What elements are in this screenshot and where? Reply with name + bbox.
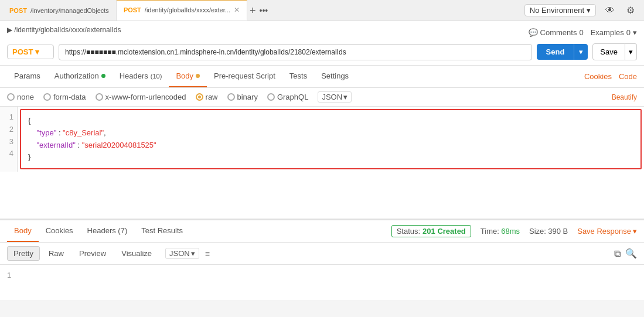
pretty-tab-preview[interactable]: Preview xyxy=(73,246,113,261)
body-type-bar: none form-data x-www-form-urlencoded raw… xyxy=(0,88,644,107)
eye-icon[interactable]: 👁 xyxy=(603,4,617,17)
tab-settings[interactable]: Settings xyxy=(314,66,356,87)
radio-raw[interactable]: raw xyxy=(196,93,218,101)
headers-badge: (10) xyxy=(151,73,162,80)
tab-url-2: /identity/globalIds/xxxx/exter... xyxy=(145,6,230,13)
tab-authorization[interactable]: Authorization xyxy=(47,66,113,87)
comment-icon: 💬 xyxy=(529,28,538,37)
raw-label: raw xyxy=(206,93,218,101)
code-editor[interactable]: 1 2 3 4 { "type" : "c8y_Serial", "extern… xyxy=(0,107,644,219)
tab-bar: POST /inventory/managedObjects POST /ide… xyxy=(0,0,644,21)
radio-graphql[interactable]: GraphQL xyxy=(267,93,308,101)
resp-line-numbers: 1 xyxy=(7,270,21,295)
cookies-link[interactable]: Cookies xyxy=(584,72,612,81)
line-num-3: 3 xyxy=(4,136,13,148)
settings-icon[interactable]: ⚙ xyxy=(624,4,637,17)
radio-form-data[interactable]: form-data xyxy=(43,93,86,101)
comments-button[interactable]: 💬 Comments 0 xyxy=(529,28,584,37)
examples-label: Examples xyxy=(591,28,624,37)
send-group: Send ▾ xyxy=(537,44,588,60)
time-value: 68ms xyxy=(501,227,520,236)
line-numbers: 1 2 3 4 xyxy=(0,107,18,172)
status-badge: Status: 201 Created xyxy=(391,225,471,237)
radio-binary[interactable]: binary xyxy=(227,93,258,101)
url-section: ▶ /identity/globalIds/xxxx/externalIds 💬… xyxy=(0,21,644,66)
body-label: Body xyxy=(176,71,193,80)
headers-label: Headers xyxy=(120,71,148,80)
pre-request-label: Pre-request Script xyxy=(214,71,275,80)
tab-params[interactable]: Params xyxy=(7,66,47,87)
save-button[interactable]: Save xyxy=(592,43,625,60)
radio-urlencoded[interactable]: x-www-form-urlencoded xyxy=(96,93,186,101)
breadcrumb: ▶ /identity/globalIds/xxxx/externalIds xyxy=(7,26,121,34)
authorization-label: Authorization xyxy=(54,71,99,80)
resp-format-selector[interactable]: JSON ▾ xyxy=(165,248,199,259)
resp-line-num-1: 1 xyxy=(7,270,11,282)
preview-label: Preview xyxy=(79,249,106,258)
visualize-label: Visualize xyxy=(121,249,152,258)
tab-body[interactable]: Body xyxy=(169,66,207,87)
resp-format-label: JSON xyxy=(169,249,190,258)
environment-selector[interactable]: No Environment ▾ xyxy=(524,4,596,16)
chevron-down-icon: ▾ xyxy=(35,47,39,56)
code-line-2: "type" : "c8y_Serial", xyxy=(28,127,633,139)
examples-button[interactable]: Examples 0 ▾ xyxy=(591,28,637,37)
pretty-tabs: Pretty Raw Preview Visualize JSON ▾ ≡ ⧉ … xyxy=(0,243,644,265)
save-dropdown-button[interactable]: ▾ xyxy=(625,43,637,60)
binary-label: binary xyxy=(237,93,258,101)
resp-tab-body[interactable]: Body xyxy=(7,220,39,242)
chevron-down-icon: ▾ xyxy=(633,227,637,236)
graphql-label: GraphQL xyxy=(277,93,308,101)
wrap-lines-button[interactable]: ≡ xyxy=(205,249,210,258)
tab-headers[interactable]: Headers (10) xyxy=(113,66,169,87)
size-info: Size: 390 B xyxy=(529,227,568,236)
pretty-label: Pretty xyxy=(13,249,33,258)
radio-none[interactable]: none xyxy=(7,93,34,101)
resp-tab-cookies[interactable]: Cookies xyxy=(39,220,80,242)
pretty-tab-visualize[interactable]: Visualize xyxy=(115,246,158,261)
req-tab-right: Cookies Code xyxy=(584,72,637,81)
editor-inner: 1 2 3 4 { "type" : "c8y_Serial", "extern… xyxy=(0,107,644,172)
send-dropdown-button[interactable]: ▾ xyxy=(574,44,588,60)
save-group: Save ▾ xyxy=(592,43,637,60)
url-input[interactable] xyxy=(59,44,532,60)
status-label: Status: xyxy=(397,227,420,236)
resp-cookies-label: Cookies xyxy=(46,226,73,235)
method-select[interactable]: POST ▾ xyxy=(7,45,54,59)
env-label: No Environment xyxy=(530,6,584,15)
params-label: Params xyxy=(14,71,40,80)
copy-icon[interactable]: ⧉ xyxy=(614,248,621,259)
pretty-right: ⧉ 🔍 xyxy=(614,248,637,259)
pretty-tab-raw[interactable]: Raw xyxy=(42,246,70,261)
line-num-2: 2 xyxy=(4,124,13,136)
tab-pre-request[interactable]: Pre-request Script xyxy=(207,66,282,87)
format-selector[interactable]: JSON ▾ xyxy=(318,91,352,103)
line-num-1: 1 xyxy=(4,111,13,124)
more-tabs-button[interactable]: ••• xyxy=(259,6,268,15)
urlencoded-label: x-www-form-urlencoded xyxy=(105,93,186,101)
search-icon[interactable]: 🔍 xyxy=(625,248,637,259)
resp-body-label: Body xyxy=(14,226,32,235)
pretty-tab-pretty[interactable]: Pretty xyxy=(7,246,40,261)
settings-label: Settings xyxy=(321,71,349,80)
beautify-button[interactable]: Beautify xyxy=(612,93,637,101)
chevron-down-icon: ▾ xyxy=(633,28,637,37)
radio-circle-graphql xyxy=(267,93,275,101)
tab-inventory[interactable]: POST /inventory/managedObjects xyxy=(2,0,117,21)
tab-identity[interactable]: POST /identity/globalIds/xxxx/exter... ✕ xyxy=(117,0,247,21)
comments-count: 0 xyxy=(579,28,583,37)
code-link[interactable]: Code xyxy=(619,72,637,81)
code-line-1: { xyxy=(28,115,633,127)
code-content[interactable]: { "type" : "c8y_Serial", "externalId" : … xyxy=(20,109,642,169)
auth-dot xyxy=(101,74,105,78)
new-tab-button[interactable]: + xyxy=(250,5,256,16)
save-response-button[interactable]: Save Response ▾ xyxy=(577,227,637,236)
send-button[interactable]: Send xyxy=(537,44,574,60)
tab-tests[interactable]: Tests xyxy=(282,66,314,87)
resp-tab-test-results[interactable]: Test Results xyxy=(134,220,190,242)
tab-close-icon[interactable]: ✕ xyxy=(234,6,240,14)
resp-headers-label: Headers (7) xyxy=(87,226,128,235)
raw-label: Raw xyxy=(49,249,64,258)
time-label: Time: xyxy=(481,227,499,236)
resp-tab-headers[interactable]: Headers (7) xyxy=(80,220,135,242)
